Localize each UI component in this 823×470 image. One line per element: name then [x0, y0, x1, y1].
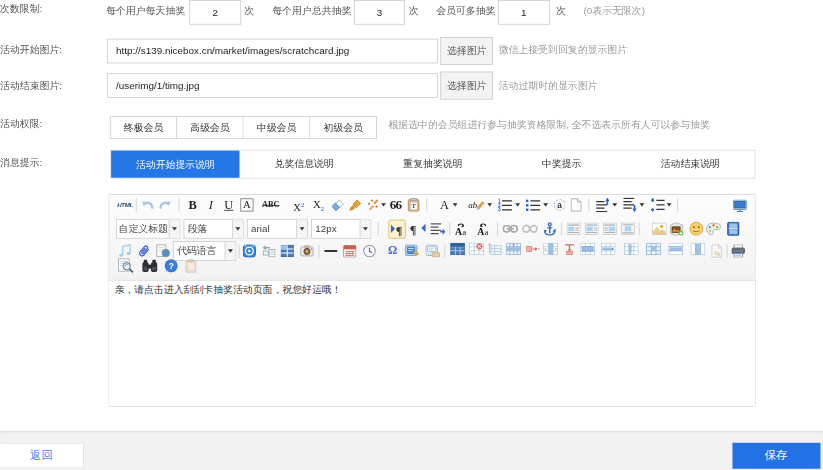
svg-text:¶: ¶ [410, 223, 417, 236]
svg-text:ab: ab [468, 200, 478, 210]
svg-text:?: ? [168, 261, 174, 271]
svg-text:¶: ¶ [396, 223, 403, 236]
svg-text:3: 3 [498, 208, 501, 212]
svg-text:a: a [484, 228, 488, 236]
svg-text:T: T [412, 202, 417, 209]
svg-text:a: a [462, 228, 466, 236]
